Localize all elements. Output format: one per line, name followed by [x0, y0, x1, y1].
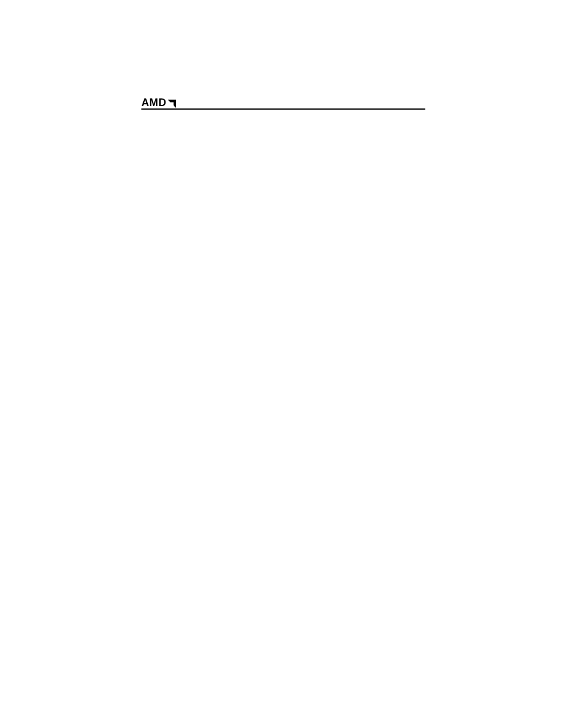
amd-logo-text: AMD [141, 97, 167, 108]
document-page: AMD [0, 0, 562, 728]
amd-arrow-icon [168, 100, 176, 108]
amd-logo: AMD [141, 97, 176, 108]
page-header: AMD [141, 97, 425, 110]
